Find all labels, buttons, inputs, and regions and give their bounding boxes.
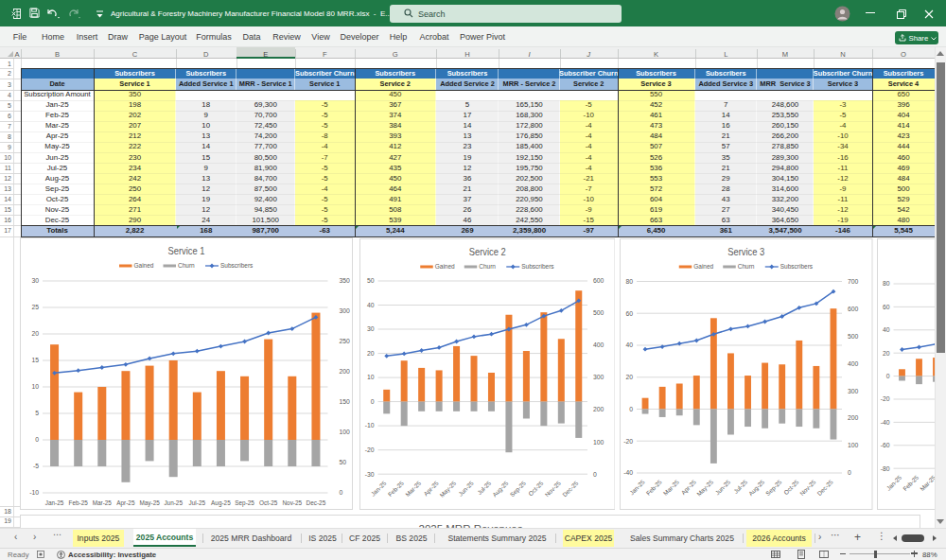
svg-text:60: 60 (625, 309, 633, 316)
svg-text:-5: -5 (32, 463, 38, 469)
svg-text:80: 80 (625, 277, 633, 284)
svg-text:10: 10 (31, 383, 39, 390)
svg-text:40: 40 (625, 341, 633, 348)
svg-text:50: 50 (339, 459, 346, 465)
svg-text:100: 100 (593, 438, 604, 445)
svg-text:Service 2: Service 2 (468, 245, 505, 256)
svg-text:0: 0 (35, 436, 39, 443)
svg-text:20: 20 (366, 349, 374, 356)
svg-text:300: 300 (848, 387, 859, 394)
svg-text:Aug-25: Aug-25 (211, 499, 231, 507)
svg-text:Dec-25: Dec-25 (306, 499, 325, 506)
svg-text:-10: -10 (364, 422, 374, 429)
svg-text:Nov-25: Nov-25 (282, 499, 302, 506)
svg-text:0: 0 (593, 470, 597, 477)
svg-text:-20: -20 (364, 446, 374, 453)
svg-text:-80: -80 (880, 464, 889, 471)
svg-text:250: 250 (339, 338, 350, 344)
svg-text:50: 50 (366, 277, 374, 284)
svg-text:Oct-25: Oct-25 (259, 499, 278, 506)
svg-text:200: 200 (593, 406, 604, 412)
svg-text:400: 400 (593, 341, 604, 348)
svg-text:May-25: May-25 (139, 499, 160, 507)
svg-text:-30: -30 (364, 470, 374, 477)
svg-text:500: 500 (593, 309, 604, 316)
svg-text:Gained: Gained (133, 262, 153, 269)
svg-text:350: 350 (339, 277, 350, 284)
svg-text:Jan-25: Jan-25 (44, 499, 63, 506)
svg-text:600: 600 (848, 305, 859, 311)
svg-text:Mar-25: Mar-25 (92, 499, 112, 506)
svg-text:0: 0 (848, 469, 851, 476)
svg-text:60: 60 (882, 303, 889, 309)
svg-text:Feb-25: Feb-25 (68, 499, 88, 506)
svg-text:-40: -40 (623, 469, 633, 476)
svg-text:300: 300 (339, 307, 350, 314)
svg-text:40: 40 (366, 301, 374, 307)
svg-text:40: 40 (882, 326, 889, 333)
svg-text:300: 300 (593, 374, 604, 380)
svg-text:200: 200 (848, 414, 859, 421)
svg-text:Churn: Churn (738, 263, 755, 270)
svg-text:Gained: Gained (434, 263, 454, 270)
svg-text:0: 0 (339, 489, 342, 496)
svg-text:10: 10 (366, 374, 374, 380)
svg-text:700: 700 (848, 277, 859, 284)
svg-text:500: 500 (848, 332, 859, 339)
svg-text:-60: -60 (880, 442, 889, 448)
svg-text:200: 200 (339, 368, 350, 375)
svg-text:0: 0 (629, 405, 633, 411)
svg-text:Service 3: Service 3 (727, 245, 764, 256)
svg-text:20: 20 (882, 349, 889, 356)
svg-text:100: 100 (848, 442, 859, 448)
svg-text:Churn: Churn (479, 263, 496, 270)
svg-text:0: 0 (885, 372, 889, 378)
svg-text:Subscribers: Subscribers (780, 263, 814, 270)
svg-text:30: 30 (366, 325, 374, 332)
svg-text:5: 5 (35, 410, 39, 416)
svg-text:25: 25 (31, 304, 39, 310)
svg-text:600: 600 (593, 277, 604, 284)
svg-text:100: 100 (339, 429, 350, 435)
svg-text:80: 80 (882, 280, 889, 287)
svg-text:-40: -40 (880, 418, 889, 425)
svg-text:-20: -20 (880, 395, 889, 402)
svg-text:20: 20 (625, 374, 633, 380)
svg-text:Jun-25: Jun-25 (164, 499, 183, 506)
svg-text:Subscribers: Subscribers (521, 263, 554, 270)
svg-text:30: 30 (31, 277, 39, 284)
svg-text:-20: -20 (623, 437, 633, 444)
svg-text:Apr-25: Apr-25 (116, 499, 135, 507)
svg-text:Gained: Gained (693, 263, 713, 270)
svg-text:-10: -10 (29, 489, 39, 496)
svg-text:Sep-25: Sep-25 (235, 499, 254, 507)
svg-text:Churn: Churn (178, 262, 195, 269)
svg-text:20: 20 (31, 330, 39, 337)
svg-text:Jul-25: Jul-25 (188, 499, 205, 506)
svg-text:400: 400 (848, 359, 859, 366)
svg-text:15: 15 (31, 357, 39, 363)
svg-text:Subscribers: Subscribers (220, 262, 254, 269)
svg-text:150: 150 (339, 398, 350, 405)
svg-text:Service 1: Service 1 (167, 245, 204, 256)
svg-text:0: 0 (370, 397, 374, 404)
